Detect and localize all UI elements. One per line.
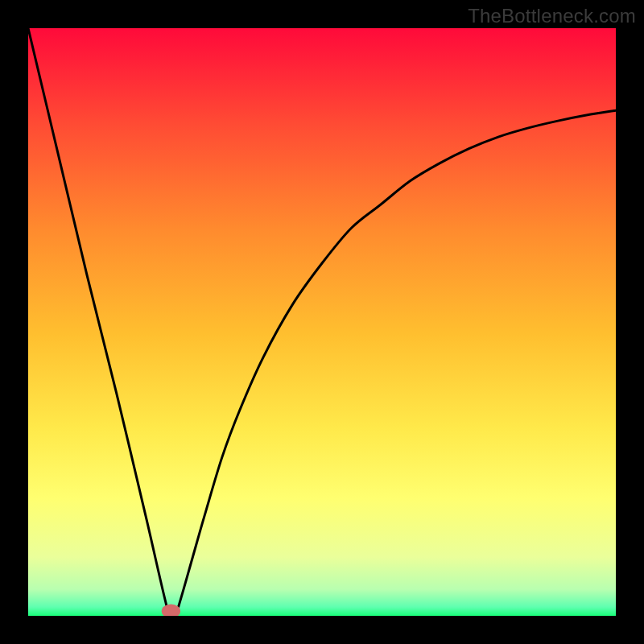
gradient-background (28, 28, 616, 616)
watermark-text: TheBottleneck.com (468, 5, 636, 27)
bottleneck-chart (28, 28, 616, 616)
plot-area (28, 28, 616, 616)
chart-frame: TheBottleneck.com (0, 0, 644, 644)
